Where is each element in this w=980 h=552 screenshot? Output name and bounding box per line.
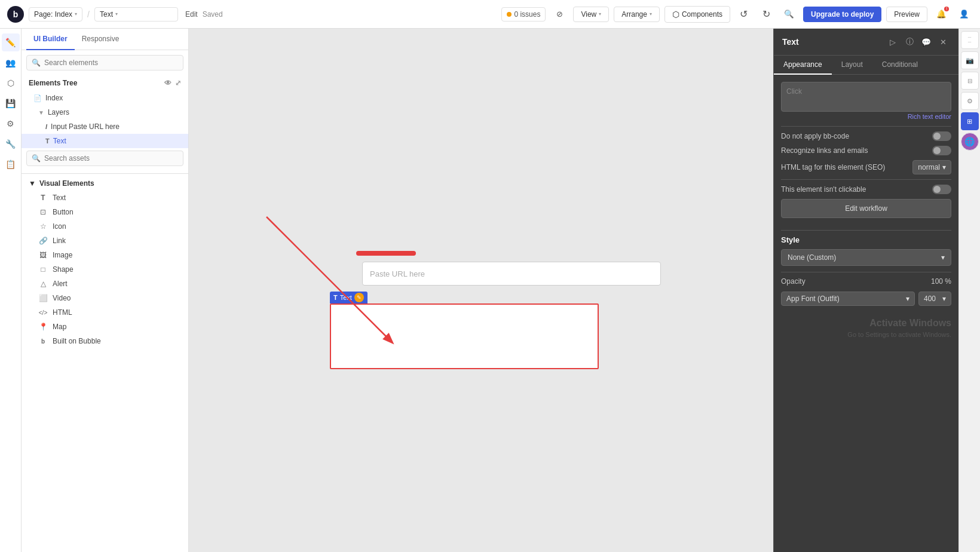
font-select[interactable]: App Font (Outfit) ▾ bbox=[781, 292, 915, 306]
el-image-label: Image bbox=[53, 251, 72, 259]
far-right-item1[interactable]: ······ bbox=[961, 31, 979, 49]
preview-btn[interactable]: Preview bbox=[886, 7, 927, 22]
rich-text-editor-link[interactable]: Rich text editor bbox=[781, 113, 951, 120]
tree-input-item[interactable]: I Input Paste URL here bbox=[22, 119, 188, 134]
tree-text-item[interactable]: T Text bbox=[22, 134, 188, 148]
element-label: Text bbox=[100, 10, 113, 19]
el-image[interactable]: 🖼 Image bbox=[22, 248, 188, 262]
tab-responsive[interactable]: Responsive bbox=[75, 29, 127, 50]
components-btn[interactable]: ⬡ Components bbox=[664, 6, 730, 23]
text-tree-icon: T bbox=[45, 137, 50, 145]
element-chevron: ▾ bbox=[115, 11, 118, 17]
seo-value: normal bbox=[918, 163, 940, 171]
click-text-area[interactable]: Click bbox=[781, 82, 951, 112]
click-text-row: Click Rich text editor bbox=[781, 82, 951, 120]
pointer-tool-btn[interactable]: ⊘ bbox=[550, 5, 568, 23]
tab-ui-builder[interactable]: UI Builder bbox=[26, 29, 75, 50]
data-tool-btn[interactable]: ⬡ bbox=[2, 74, 20, 92]
rp-info-btn[interactable]: ⓘ bbox=[902, 35, 917, 49]
view-btn[interactable]: View ▾ bbox=[573, 7, 609, 22]
upgrade-btn[interactable]: Upgrade to deploy bbox=[803, 7, 881, 22]
el-alert-label: Alert bbox=[53, 280, 68, 288]
redo-btn[interactable]: ↻ bbox=[758, 5, 776, 23]
opacity-value: 100 % bbox=[931, 277, 951, 286]
rp-tab-conditional[interactable]: Conditional bbox=[872, 56, 927, 75]
el-alert[interactable]: △ Alert bbox=[22, 277, 188, 291]
rp-content: Click Rich text editor Do not apply bb-c… bbox=[774, 75, 958, 552]
rp-close-btn[interactable]: ✕ bbox=[936, 35, 950, 49]
tree-index-item[interactable]: 📄 Index bbox=[22, 91, 188, 105]
search-assets-box[interactable]: 🔍 bbox=[26, 151, 183, 166]
far-right-bar: ······ 📷 ⊟ ⚙ ⊞ 🌐 bbox=[958, 29, 980, 552]
search-btn[interactable]: 🔍 bbox=[780, 5, 798, 23]
logs-tool-btn[interactable]: 📋 bbox=[2, 155, 20, 173]
search-assets-input[interactable] bbox=[44, 154, 178, 162]
settings-tool-btn[interactable]: ⚙ bbox=[2, 115, 20, 133]
el-text[interactable]: T Text bbox=[22, 191, 188, 205]
font-size-select[interactable]: 400 ▾ bbox=[918, 292, 951, 306]
visual-elements-header[interactable]: ▼ Visual Elements bbox=[22, 176, 188, 191]
seo-select[interactable]: normal ▾ bbox=[912, 160, 951, 174]
issues-indicator[interactable]: 0 issues bbox=[501, 7, 546, 22]
rp-tab-layout[interactable]: Layout bbox=[832, 56, 872, 75]
el-map-icon: 📍 bbox=[38, 323, 48, 331]
search-elements-input[interactable] bbox=[44, 59, 178, 67]
search-elements-box[interactable]: 🔍 bbox=[26, 55, 183, 70]
canvas-input-element[interactable]: Paste URL here bbox=[362, 262, 661, 286]
layers-label: Layers bbox=[48, 108, 69, 116]
tree-layers-item[interactable]: ▼ Layers bbox=[22, 105, 188, 119]
rp-play-btn[interactable]: ▷ bbox=[886, 35, 900, 49]
rp-chat-btn[interactable]: 💬 bbox=[919, 35, 933, 49]
undo-btn[interactable]: ↺ bbox=[735, 5, 753, 23]
el-bubble-label: Built on Bubble bbox=[53, 337, 101, 345]
edit-workflow-btn[interactable]: Edit workflow bbox=[781, 199, 951, 218]
far-right-avatar[interactable]: 🌐 bbox=[961, 133, 979, 151]
far-right-settings-btn[interactable]: ⚙ bbox=[961, 92, 979, 110]
el-button-label: Button bbox=[53, 208, 74, 216]
el-html-icon: </> bbox=[38, 309, 48, 316]
element-selector[interactable]: Text ▾ bbox=[94, 7, 178, 22]
components-label: Components bbox=[682, 10, 722, 19]
clickable-toggle[interactable] bbox=[932, 185, 951, 194]
rp-tab-appearance[interactable]: Appearance bbox=[774, 56, 832, 75]
toggle-bb-code-row: Do not apply bb-code bbox=[781, 131, 951, 141]
rp-divider3 bbox=[781, 230, 951, 231]
left-panel-tabs: UI Builder Responsive bbox=[22, 29, 188, 50]
watermark-area: Activate WindowsGo to Settings to activa… bbox=[781, 318, 951, 339]
canvas-text-element[interactable]: T Text ✎ bbox=[330, 303, 599, 369]
far-right-grid-btn[interactable]: ⊞ bbox=[961, 112, 979, 130]
el-video[interactable]: ⬜ Video bbox=[22, 291, 188, 305]
notifications-btn[interactable]: 🔔 ! bbox=[932, 5, 950, 23]
far-right-layers-btn[interactable]: ⊟ bbox=[961, 72, 979, 90]
storage-tool-btn[interactable]: 💾 bbox=[2, 94, 20, 112]
el-built-on-bubble[interactable]: b Built on Bubble bbox=[22, 334, 188, 348]
watermark-text: Activate WindowsGo to Settings to activa… bbox=[781, 318, 951, 339]
toggle-bb-code[interactable] bbox=[932, 131, 951, 141]
toggle-links[interactable] bbox=[932, 146, 951, 155]
el-html[interactable]: </> HTML bbox=[22, 305, 188, 320]
far-right-camera-btn[interactable]: 📷 bbox=[961, 51, 979, 69]
page-selector[interactable]: Page: Index ▾ bbox=[29, 7, 82, 22]
upgrade-label: Upgrade to deploy bbox=[811, 10, 874, 19]
design-tool-btn[interactable]: ✏️ bbox=[2, 33, 20, 51]
el-map[interactable]: 📍 Map bbox=[22, 320, 188, 334]
preview-label: Preview bbox=[894, 10, 920, 19]
eye-icon[interactable]: 👁 bbox=[164, 79, 172, 87]
opacity-label: Opacity bbox=[781, 277, 806, 286]
users-tool-btn[interactable]: 👥 bbox=[2, 54, 20, 72]
el-icon[interactable]: ☆ Icon bbox=[22, 219, 188, 234]
font-row: App Font (Outfit) ▾ 400 ▾ bbox=[781, 292, 951, 306]
red-bar-annotation bbox=[356, 251, 416, 256]
style-select[interactable]: None (Custom) ▾ bbox=[781, 249, 951, 266]
el-shape[interactable]: □ Shape bbox=[22, 262, 188, 277]
plugins-tool-btn[interactable]: 🔧 bbox=[2, 135, 20, 153]
separator1: / bbox=[87, 10, 90, 19]
el-button[interactable]: ⊡ Button bbox=[22, 205, 188, 219]
arrange-btn[interactable]: Arrange ▾ bbox=[614, 7, 660, 22]
canvas-area[interactable]: Paste URL here T Text ✎ bbox=[189, 29, 773, 552]
expand-icon[interactable]: ⤢ bbox=[175, 79, 181, 87]
style-chevron: ▾ bbox=[941, 253, 945, 262]
account-btn[interactable]: 👤 bbox=[955, 5, 973, 23]
el-html-label: HTML bbox=[53, 308, 72, 317]
el-link[interactable]: 🔗 Link bbox=[22, 234, 188, 248]
